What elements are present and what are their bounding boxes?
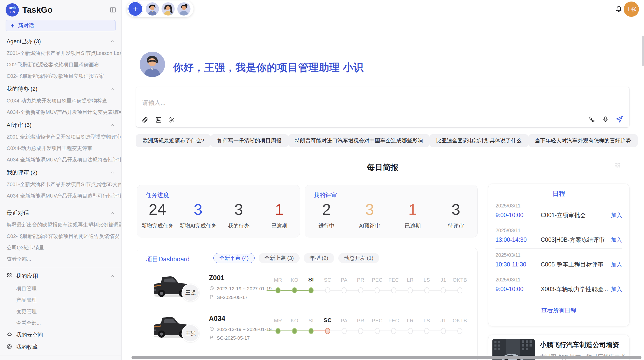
member-avatar[interactable] xyxy=(177,2,191,16)
sidebar-item[interactable]: C02-飞腾新能源轻客改款项目里程碑画布 xyxy=(0,59,121,70)
milestone-node[interactable] xyxy=(441,287,446,293)
phone-icon[interactable] xyxy=(589,116,595,123)
news-title: 小鹏飞行汽车制造公司增资 xyxy=(540,340,619,349)
recent-chat-item[interactable]: 解释最新出台的欧盟报废车法规再生塑料比例被调至15%... xyxy=(0,219,121,231)
add-workspace-button[interactable] xyxy=(128,2,142,16)
milestone-node[interactable] xyxy=(309,287,314,293)
app-item[interactable]: 项目管理 xyxy=(0,283,121,294)
app-item[interactable]: 产品管理 xyxy=(0,294,121,306)
sidebar-item-star[interactable]: 我的收藏 xyxy=(0,341,121,353)
suggestion-chip[interactable]: 当下年轻人对汽车外观有怎样的喜好趋势 xyxy=(528,134,638,147)
layout-grid-icon[interactable] xyxy=(614,162,621,170)
milestone-node[interactable] xyxy=(424,287,429,293)
sidebar-item[interactable]: Z001-全新燃油轻卡产品开发项目SI造型提交物评审 xyxy=(0,131,121,143)
sidebar-item[interactable]: A034-全新新能源MUV产品开发项目法规符合性评审 xyxy=(0,154,121,166)
sidebar-item[interactable]: A034-全新新能源MUV产品开发项目计划变更表编写 xyxy=(0,107,121,118)
milestone-node[interactable] xyxy=(358,287,363,293)
schedule-time: 10:30-11:30 xyxy=(495,261,541,268)
sidebar-section-header[interactable]: 我的待办 (2) xyxy=(0,82,121,95)
member-avatar[interactable] xyxy=(162,2,175,16)
sidebar-item[interactable]: C0X4-动力总成开发项目工程变更评审 xyxy=(0,143,121,154)
dashboard-tab[interactable]: 全新上装 (3) xyxy=(259,253,300,263)
app-item[interactable]: 变更管理 xyxy=(0,306,121,317)
milestone-node[interactable] xyxy=(292,287,297,293)
sidebar-item[interactable]: Z001-全新燃油轻卡产品开发项目SI节点属性5D文件评审 xyxy=(0,179,121,190)
recent-chat-item[interactable]: C02-飞腾新能源轻客改款项目的闭环通告反馈情况 xyxy=(0,231,121,242)
suggestion-chip[interactable]: 如何写一份清晰的项目周报 xyxy=(211,134,288,147)
sidebar-collapse-icon[interactable] xyxy=(110,7,116,13)
recent-chat-item[interactable]: 查看全部... xyxy=(0,253,121,265)
milestone-node[interactable] xyxy=(342,328,347,334)
suggestion-chip[interactable]: 特朗普可能对进口汽车增税会对中国车企造成哪些影响 xyxy=(288,134,430,147)
dashboard-tab[interactable]: 全新平台 (4) xyxy=(213,253,255,263)
milestone-node[interactable] xyxy=(408,328,413,334)
sidebar-item-cloud[interactable]: 我的云空间 xyxy=(0,329,121,341)
milestone-node[interactable] xyxy=(391,328,396,334)
join-link[interactable]: 加入 xyxy=(611,286,622,293)
clock-icon xyxy=(209,286,214,292)
sidebar-item-people[interactable]: AI超级员工 xyxy=(0,357,121,360)
send-icon[interactable] xyxy=(616,115,624,123)
notification-bell-icon[interactable] xyxy=(615,5,623,14)
stat-value: 1 xyxy=(259,200,300,219)
user-avatar[interactable]: 王强 xyxy=(624,2,639,17)
milestone-node[interactable] xyxy=(325,328,330,334)
milestone-node[interactable] xyxy=(391,287,396,293)
microphone-icon[interactable] xyxy=(602,116,609,123)
flag-milestone: SI-2025-05-17 xyxy=(217,295,247,300)
image-icon[interactable] xyxy=(155,116,162,123)
new-chat-button[interactable]: 新对话 xyxy=(6,20,116,31)
milestone-node[interactable] xyxy=(342,287,347,293)
chevron-up-icon xyxy=(110,170,115,175)
scissors-icon[interactable] xyxy=(169,116,175,123)
attachment-icon[interactable] xyxy=(142,116,149,123)
recent-chats-header[interactable]: 最近对话 xyxy=(0,206,121,219)
milestone-node[interactable] xyxy=(292,328,297,334)
stat-item: 3新增AI完成任务 xyxy=(178,200,218,229)
chevron-up-icon xyxy=(110,39,115,44)
milestone-node[interactable] xyxy=(424,328,429,334)
milestone-node[interactable] xyxy=(275,328,281,334)
app-logo: TaskGo xyxy=(6,3,19,17)
dashboard-tab[interactable]: 动总开发 (1) xyxy=(338,253,379,263)
view-all-schedule-link[interactable]: 查看所有日程 xyxy=(495,307,622,314)
join-link[interactable]: 加入 xyxy=(611,236,622,244)
milestone-node[interactable] xyxy=(441,328,446,334)
sidebar-item[interactable]: Z001-全新燃油皮卡产品开发项目SI节点Lesson Learn报告 xyxy=(0,48,121,59)
date-range: 2023-12-19 ~ 2027-01-19 xyxy=(217,286,272,292)
milestone-label: OKTB xyxy=(450,318,470,324)
dashboard-tab[interactable]: 年型 (2) xyxy=(304,253,334,263)
recent-chat-item[interactable]: 公司Q3轻卡销量 xyxy=(0,242,121,253)
milestone-node[interactable] xyxy=(408,287,413,293)
stat-label: 已逾期 xyxy=(391,222,434,229)
member-avatar[interactable] xyxy=(146,2,159,16)
section-title-label: 我的待办 (2) xyxy=(7,85,37,93)
sidebar-item[interactable]: C02-飞腾新能源轻客改款项目立项汇报方案 xyxy=(0,70,121,82)
sidebar-section-header[interactable]: AI评审 (3) xyxy=(0,118,121,131)
suggestion-chip[interactable]: 欧洲新规最近颁布了什么? xyxy=(136,134,211,147)
sidebar-section-header[interactable]: Agent已办 (3) xyxy=(0,34,121,48)
join-link[interactable]: 加入 xyxy=(611,212,622,219)
chat-input[interactable] xyxy=(142,99,498,106)
milestone-node[interactable] xyxy=(375,328,380,334)
app-item[interactable]: 查看全部... xyxy=(0,317,121,329)
horizontal-scrollbar[interactable] xyxy=(131,356,641,359)
milestone-node[interactable] xyxy=(275,287,281,293)
project-dates: 2023-12-19 ~ 2027-01-19 xyxy=(209,286,272,292)
milestone-node[interactable] xyxy=(325,287,330,293)
milestone-node[interactable] xyxy=(375,287,380,293)
schedule-card: 日程 2025/03/119:00-10:00C001-立项审批会加入2025/… xyxy=(488,184,630,326)
suggestion-chip[interactable]: 比亚迪全固态电池计划具体说了什么 xyxy=(430,134,528,147)
milestone-node[interactable] xyxy=(358,328,363,334)
milestone-node[interactable] xyxy=(457,287,462,293)
sidebar-item[interactable]: A034-全新新能源MUV产品开发项目造型可行性评审 xyxy=(0,190,121,202)
milestone-node[interactable] xyxy=(309,328,314,334)
stat-label: 新增AI完成任务 xyxy=(178,222,218,229)
chevron-up-icon xyxy=(110,123,115,127)
sidebar-item[interactable]: C0X4-动力总成开发项目SI里程碑提交物检查 xyxy=(0,95,121,107)
my-apps-header[interactable]: 我的应用 xyxy=(0,269,121,283)
vertical-scrollbar[interactable] xyxy=(642,36,644,66)
milestone-node[interactable] xyxy=(457,328,462,334)
sidebar-section-header[interactable]: 我的评审 (2) xyxy=(0,166,121,179)
join-link[interactable]: 加入 xyxy=(611,261,622,268)
